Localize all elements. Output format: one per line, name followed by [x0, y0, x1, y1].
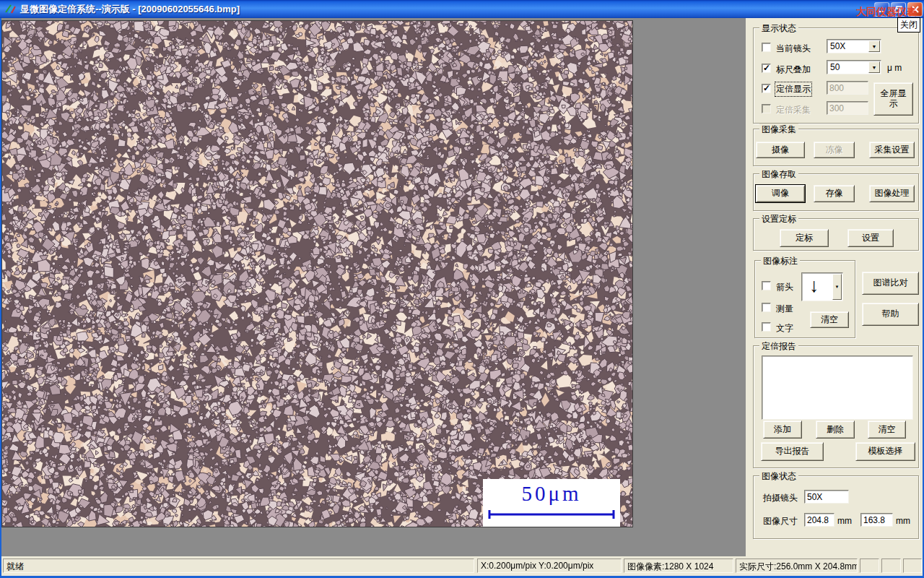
fullscreen-button[interactable]: 全屏显示 — [873, 82, 913, 116]
status-empty-panel — [881, 558, 901, 573]
fixed-display-checkbox[interactable] — [762, 84, 771, 93]
image-height-input[interactable] — [860, 513, 893, 527]
calibrate-button[interactable]: 定标 — [780, 229, 829, 247]
chevron-down-icon[interactable]: ▼ — [868, 40, 880, 52]
titlebar: 显微图像定倍系统--演示版 - [20090602055646.bmp] 大同仪… — [0, 0, 924, 18]
fixed-capture-label: 定倍采集 — [776, 104, 811, 116]
scale-overlay-checkbox[interactable] — [762, 64, 771, 73]
text-label: 文字 — [776, 322, 793, 335]
image-size-label: 图像尺寸 — [763, 515, 798, 527]
save-image-button[interactable]: 存像 — [814, 185, 855, 202]
export-report-button[interactable]: 导出报告 — [761, 442, 824, 461]
statusbar: 就绪 X:0.200μm/pix Y:0.200μm/pix 图像像素:1280… — [1, 556, 923, 576]
load-image-button[interactable]: 调像 — [756, 185, 805, 202]
micrograph-image — [2, 21, 632, 527]
freeze-button: 冻像 — [814, 142, 855, 158]
group-calibration: 设置定标 — [753, 218, 919, 251]
arrow-label: 箭头 — [776, 281, 793, 293]
measure-checkbox[interactable] — [762, 303, 771, 312]
down-arrow-icon: ↓ — [809, 275, 819, 297]
clear-annotation-button[interactable]: 清空 — [810, 311, 849, 328]
group-title: 图像标注 — [761, 255, 800, 267]
current-lens-label: 当前镜头 — [776, 43, 811, 55]
group-title: 图像采集 — [759, 124, 798, 136]
image-process-button[interactable]: 图像处理 — [869, 185, 915, 202]
scale-overlay-label: 标尺叠加 — [776, 64, 811, 76]
atlas-compare-button[interactable]: 图谱比对 — [862, 272, 919, 295]
text-checkbox[interactable] — [762, 322, 771, 332]
current-lens-checkbox[interactable] — [762, 43, 771, 52]
control-panel: 显示状态 图像采集 图像存取 设置定标 图像标注 定倍报告 图像状态 当前镜头 — [746, 18, 923, 556]
app-icon — [4, 3, 16, 14]
group-title: 图像存取 — [759, 168, 798, 181]
image-width-input[interactable] — [804, 513, 834, 527]
report-delete-button[interactable]: 删除 — [816, 420, 855, 439]
camera-button[interactable]: 摄像 — [756, 142, 805, 158]
chevron-down-icon[interactable]: ▼ — [832, 274, 842, 300]
group-title: 图像状态 — [759, 470, 798, 483]
height-unit-label: mm — [896, 516, 910, 526]
status-empty-panel — [903, 558, 922, 573]
group-title: 显示状态 — [759, 22, 798, 35]
fixed-display-input — [827, 81, 868, 95]
scale-value: 50 — [830, 62, 840, 72]
setup-button[interactable]: 设置 — [847, 229, 894, 247]
group-image-status: 图像状态 — [753, 475, 919, 539]
status-ready: 就绪 — [3, 558, 474, 573]
report-list[interactable] — [762, 355, 913, 420]
fixed-capture-input — [827, 101, 868, 115]
status-image-pixels: 图像像素:1280 X 1024 — [624, 558, 733, 573]
group-title: 设置定标 — [759, 213, 798, 225]
shoot-lens-label: 拍摄镜头 — [763, 492, 798, 504]
close-tooltip: 关闭 — [897, 17, 920, 33]
fixed-capture-checkbox — [762, 104, 771, 113]
capture-settings-button[interactable]: 采集设置 — [869, 142, 915, 158]
fixed-display-label: 定倍显示 — [776, 83, 811, 95]
arrow-checkbox[interactable] — [762, 281, 771, 290]
report-add-button[interactable]: 添加 — [763, 420, 802, 439]
current-lens-select[interactable]: 50X ▼ — [827, 39, 881, 53]
current-lens-value: 50X — [830, 41, 845, 51]
app-window: 显微图像定倍系统--演示版 - [20090602055646.bmp] 大同仪… — [0, 0, 924, 578]
chevron-down-icon[interactable]: ▼ — [868, 61, 880, 73]
scale-unit-label: μ m — [887, 63, 902, 73]
measure-label: 测量 — [776, 303, 793, 315]
scale-bar-line — [487, 509, 616, 519]
arrow-style-select[interactable]: ↓ ▼ — [801, 272, 843, 301]
report-clear-button[interactable]: 清空 — [868, 420, 906, 439]
image-viewport: 50μm — [1, 20, 633, 527]
status-pixel-scale: X:0.200μm/pix Y:0.200μm/pix — [477, 558, 622, 573]
scale-bar-label: 50μm — [521, 479, 581, 508]
scale-value-select[interactable]: 50 ▼ — [827, 60, 881, 74]
width-unit-label: mm — [837, 516, 852, 526]
scale-bar-overlay: 50μm — [483, 479, 620, 527]
window-title: 显微图像定倍系统--演示版 - [20090602055646.bmp] — [20, 3, 240, 16]
status-empty-panel — [860, 558, 879, 573]
workspace: 50μm 显示状态 图像采集 图像存取 设置定标 — [1, 18, 923, 556]
status-actual-size: 实际尺寸:256.0mm X 204.8mm — [736, 558, 858, 573]
group-title: 定倍报告 — [759, 340, 798, 353]
template-select-button[interactable]: 模板选择 — [855, 442, 915, 461]
shoot-lens-input[interactable] — [804, 490, 849, 504]
help-button[interactable]: 帮助 — [862, 303, 919, 326]
